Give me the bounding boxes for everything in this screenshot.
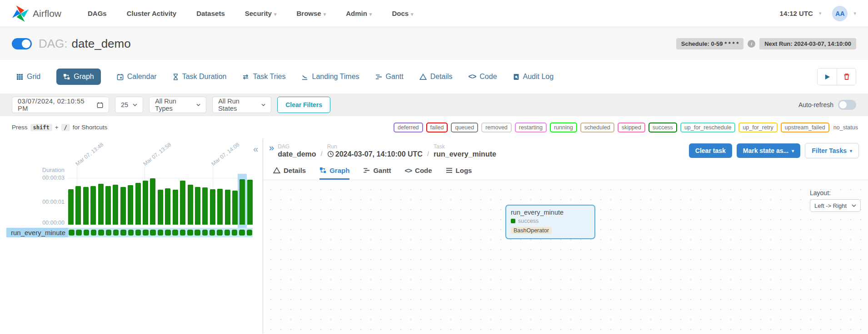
duration-bar[interactable] [113,185,118,225]
duration-bar[interactable] [158,190,163,225]
nav-item-datasets[interactable]: Datasets [196,10,225,17]
expand-panel-icon[interactable]: » [269,143,274,152]
tab-task-tries[interactable]: Task Tries [242,73,285,81]
auto-refresh-toggle[interactable] [838,100,856,110]
task-instance-square[interactable] [165,230,171,236]
status-badge-deferred[interactable]: deferred [394,123,423,133]
detail-tab-gantt[interactable]: Gantt [363,162,391,180]
nav-item-admin[interactable]: Admin▾ [346,10,372,17]
duration-bar[interactable] [83,187,89,225]
duration-bar[interactable] [217,189,223,225]
duration-bar[interactable] [210,189,215,225]
duration-bar[interactable] [180,181,185,225]
status-badge-no-status[interactable]: no_status [833,123,859,132]
status-badge-running[interactable]: running [550,123,577,133]
trigger-dag-button[interactable] [818,69,837,85]
tab-code[interactable]: <>Code [469,73,497,81]
duration-bar[interactable] [165,188,170,225]
duration-bar[interactable] [239,179,245,225]
nav-item-cluster-activity[interactable]: Cluster Activity [127,10,176,17]
task-instance-square[interactable] [180,230,186,236]
task-instance-square[interactable] [91,230,97,236]
tab-landing-times[interactable]: Landing Times [301,73,359,81]
delete-dag-button[interactable] [837,69,856,85]
task-instance-square[interactable] [172,230,178,236]
duration-bar[interactable] [225,190,230,225]
status-badge-failed[interactable]: failed [426,123,448,133]
task-instance-square[interactable] [98,230,104,236]
task-instance-square[interactable] [84,230,90,236]
status-badge-upstream-failed[interactable]: upstream_failed [781,123,829,133]
page-size-select[interactable]: 25 [115,97,143,113]
nav-item-security[interactable]: Security▾ [245,10,277,17]
duration-bar[interactable] [128,185,133,225]
status-badge-up-for-reschedule[interactable]: up_for_reschedule [680,123,736,133]
task-instance-square[interactable] [217,230,223,236]
task-instance-square[interactable] [120,230,126,236]
duration-bar[interactable] [98,184,104,225]
status-badge-removed[interactable]: removed [481,123,512,133]
task-instance-square[interactable] [247,230,253,236]
task-instance-square[interactable] [113,230,119,236]
schedule-badge[interactable]: Schedule: 0-59 * * * * [676,38,743,49]
duration-bar[interactable] [120,187,126,225]
layout-select[interactable]: Left -> Right [810,199,861,212]
duration-bar[interactable] [143,181,148,225]
airflow-brand[interactable]: Airflow [12,5,61,22]
collapse-panel-icon[interactable]: « [253,144,258,154]
task-instance-square[interactable] [187,230,193,236]
duration-bar[interactable] [247,180,253,225]
status-badge-skipped[interactable]: skipped [618,123,645,133]
status-badge-restarting[interactable]: restarting [515,123,547,133]
nav-item-docs[interactable]: Docs▾ [392,10,413,17]
tab-audit-log[interactable]: Audit Log [513,73,554,81]
task-instance-square[interactable] [150,230,156,236]
run-states-select[interactable]: All Run States [212,97,271,113]
task-instance-square[interactable] [239,230,245,236]
task-instance-square[interactable] [158,230,164,236]
avatar[interactable]: AA [832,6,848,21]
run-types-select[interactable]: All Run Types [149,97,206,113]
tab-grid[interactable]: Grid [16,73,40,81]
clear-task-button[interactable]: Clear task [689,143,732,158]
nav-item-dags[interactable]: DAGs [88,10,107,17]
mark-state-button[interactable]: Mark state as... ▾ [737,143,800,158]
detail-tab-details[interactable]: Details [273,162,306,180]
duration-bar[interactable] [195,187,200,225]
base-date-input[interactable]: 03/07/2024, 02:10:55 PM [12,97,109,113]
duration-bar[interactable] [202,187,208,225]
duration-bar[interactable] [90,186,96,225]
task-instance-square[interactable] [195,230,200,236]
task-instance-square[interactable] [202,230,208,236]
status-badge-scheduled[interactable]: scheduled [580,123,614,133]
breadcrumb-task-value[interactable]: run_every_minute [434,150,496,158]
status-badge-queued[interactable]: queued [451,123,478,133]
nav-item-browse[interactable]: Browse▾ [296,10,326,17]
task-instance-square[interactable] [76,230,82,236]
task-row-label[interactable]: run_every_minute [6,228,68,237]
status-badge-success[interactable]: success [649,123,677,133]
clear-filters-button[interactable]: Clear Filters [277,97,330,113]
duration-bar[interactable] [173,190,178,225]
clock-menu[interactable]: 14:12 UTC [780,10,813,17]
filter-tasks-button[interactable]: Filter Tasks ▾ [805,143,859,158]
graph-canvas[interactable]: run_every_minute success BashOperator La… [263,180,868,334]
breadcrumb-run-value[interactable]: 2024-03-07, 14:10:00 UTC [327,150,423,158]
detail-tab-code[interactable]: <>Code [405,162,432,180]
tab-details[interactable]: Details [419,73,453,81]
breadcrumb-dag-value[interactable]: date_demo [278,150,316,158]
task-instance-square[interactable] [224,230,230,236]
duration-bar[interactable] [188,185,193,225]
detail-tab-logs[interactable]: Logs [446,162,472,180]
tab-calendar[interactable]: Calendar [117,73,157,81]
task-instance-square[interactable] [106,230,112,236]
task-instance-square[interactable] [143,230,149,236]
task-instance-square[interactable] [69,230,75,236]
status-badge-up-for-retry[interactable]: up_for_retry [738,123,777,133]
task-instance-square[interactable] [232,230,238,236]
task-node[interactable]: run_every_minute success BashOperator [505,205,595,239]
duration-bar[interactable] [232,191,238,225]
task-instance-square[interactable] [210,230,215,236]
detail-tab-graph[interactable]: Graph [319,162,349,180]
duration-bar[interactable] [150,178,155,225]
